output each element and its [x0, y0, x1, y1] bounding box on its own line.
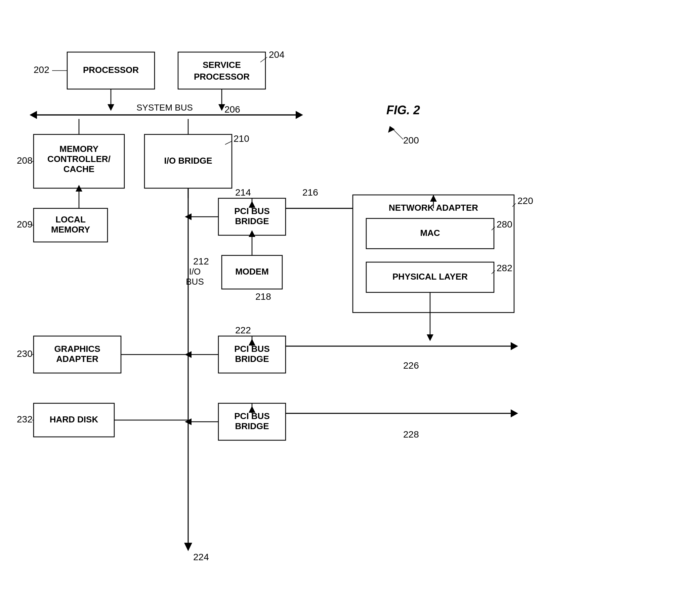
processor-label: PROCESSOR — [83, 65, 139, 75]
system-bus-label: SYSTEM BUS — [136, 102, 193, 113]
local-memory-label1: LOCAL — [55, 214, 86, 224]
hard-disk-ref: 232 — [17, 414, 33, 424]
pci-bridge-2-label2: BRIDGE — [235, 354, 269, 364]
io-bus-ref: 212 — [193, 256, 209, 266]
system-bus-right-arrow — [296, 111, 303, 119]
graphics-adapter-ref: 230 — [17, 348, 33, 359]
service-processor-label2: PROCESSOR — [194, 72, 250, 82]
physical-layer-ref: 282 — [497, 263, 512, 273]
io-bridge-label: I/O BRIDGE — [164, 156, 212, 166]
pci-bridge-3-label2: BRIDGE — [235, 421, 269, 431]
pci-bus-1-ref: 216 — [302, 187, 318, 198]
pci-bridge-1-label2: BRIDGE — [235, 216, 269, 226]
memory-controller-label1: MEMORY — [59, 144, 98, 154]
system-bus-ref: 206 — [224, 104, 240, 115]
hard-disk-label: HARD DISK — [50, 414, 98, 424]
modem-ref: 218 — [255, 291, 271, 302]
fig-ref: 200 — [403, 135, 419, 146]
network-adapter-ref: 220 — [517, 196, 533, 206]
processor-ref: 202 — [34, 65, 49, 75]
physical-layer-label: PHYSICAL LAYER — [392, 272, 468, 282]
local-memory-ref: 209 — [17, 219, 33, 230]
memory-controller-label2: CONTROLLER/ — [47, 154, 111, 164]
pci-bus-2-ref: 226 — [403, 360, 419, 371]
system-bus-left-arrow — [30, 111, 37, 119]
graphics-adapter-label1: GRAPHICS — [54, 344, 100, 354]
mac-ref: 280 — [497, 219, 512, 230]
memory-controller-label3: CACHE — [64, 164, 94, 174]
fig-ref-arrow — [388, 126, 395, 133]
io-bus-label1: I/O — [189, 266, 201, 277]
local-memory-label2: MEMORY — [51, 224, 90, 235]
service-processor-box — [178, 52, 265, 89]
fig-title: FIG. 2 — [386, 103, 420, 117]
bottom-arrow-ref: 224 — [193, 552, 209, 562]
diagram-container: PROCESSOR 202 SERVICE PROCESSOR 204 206 … — [0, 0, 674, 616]
io-bus-label2: BUS — [186, 277, 204, 287]
pci-bridge-1-ref: 214 — [235, 187, 251, 198]
io-bridge-ref: 210 — [234, 133, 249, 144]
pci-bus-2-right-arrow — [511, 342, 518, 350]
service-processor-down-arrow — [218, 104, 225, 111]
mac-label: MAC — [420, 228, 440, 238]
memory-controller-ref: 208 — [17, 155, 33, 166]
graphics-adapter-label2: ADAPTER — [56, 354, 98, 364]
service-processor-ref: 204 — [269, 49, 285, 60]
pci-bridge-2-ref: 222 — [235, 325, 251, 335]
pci-bus-3-right-arrow — [511, 409, 518, 417]
pci-bus-3-ref: 228 — [403, 429, 419, 440]
service-processor-label1: SERVICE — [203, 60, 241, 70]
processor-down-arrow — [108, 104, 114, 111]
physical-layer-down-arrow — [427, 334, 433, 341]
io-bus-down-arrow — [184, 543, 192, 551]
modem-label: MODEM — [235, 266, 269, 277]
